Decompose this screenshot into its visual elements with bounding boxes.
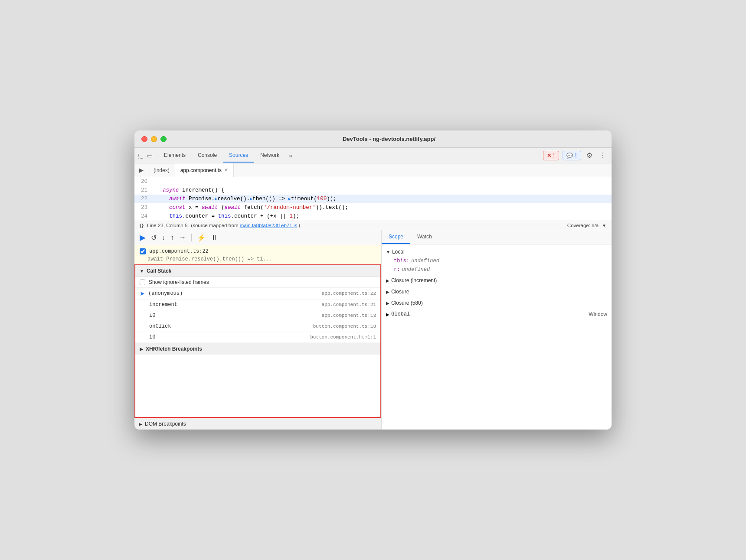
frame-location-increment: app.component.ts:21 [322,302,376,307]
file-tabs: ▶ (index) app.component.ts ✕ [134,163,612,177]
line-content-22[interactable]: await Promise.▶resolve().▶then(() => ▶ti… [153,195,612,203]
toolbar-separator [191,234,192,241]
frame-name-i0-2: i0 [140,334,310,340]
error-badge[interactable]: ✕ 1 [543,151,560,160]
line-number-20: 20 [134,177,153,186]
settings-icon[interactable]: ⚙ [585,150,594,160]
top-tabs: ⬚ ▭ Elements Console Sources Network » ✕… [134,148,612,163]
ignore-frames-row: Show ignore-listed frames [135,277,380,288]
code-line-24: 24 this.counter = this.counter + (+x || … [134,212,612,221]
scope-local-label: Local [392,249,405,255]
coverage-dropdown-icon[interactable]: ▼ [602,223,606,228]
info-badge[interactable]: 💬 1 [563,151,581,160]
scope-this-key: this: [394,258,409,264]
file-tab-app-component[interactable]: app.component.ts ✕ [175,163,234,177]
minimize-button[interactable] [151,136,157,142]
scope-this-row: this: undefined [382,257,612,265]
frame-increment[interactable]: increment app.component.ts:21 [135,300,380,310]
file-tab-app-component-label: app.component.ts [180,167,222,173]
close-button[interactable] [141,136,147,142]
scope-local: ▼ Local this: undefined r: undefined [382,246,612,275]
line-content-24[interactable]: this.counter = this.counter + (+x || 1); [153,212,612,221]
device-icon[interactable]: ▭ [147,152,153,159]
scope-content: ▼ Local this: undefined r: undefined [382,244,612,430]
pause-exceptions-button[interactable]: ⏸ [211,234,218,241]
scope-this-val: undefined [411,258,439,264]
tab-sources[interactable]: Sources [223,149,254,163]
bottom-panel: ▶ ↺ ↓ ↑ → ⚡ ⏸ app.component.ts:22 await … [134,230,612,430]
devtools-body: ⬚ ▭ Elements Console Sources Network » ✕… [134,148,612,430]
global-toggle-icon: ▶ [386,312,389,317]
breakpoint-code: await Promise.resolve().then(() => ti... [138,256,378,262]
file-tab-index[interactable]: (index) [148,163,175,177]
scope-global-row[interactable]: ▶ Global Window [382,309,612,319]
step-over-button[interactable]: ↺ [151,234,157,242]
resume-button[interactable]: ▶ [140,233,146,242]
frame-onclick[interactable]: onClick button.component.ts:18 [135,321,380,332]
nav-icons: ⬚ ▭ [138,152,153,159]
tab-network[interactable]: Network [254,149,285,163]
error-count: 1 [553,153,556,159]
tab-watch[interactable]: Watch [410,230,439,244]
code-line-21: 21 async increment() { [134,186,612,195]
source-map-link[interactable]: main.fa8bfa0e23f1eb71.js [240,223,297,228]
scope-closure-580: ▶ Closure (580) [382,297,612,309]
frame-location-i0-2: button.component.html:1 [310,335,376,340]
more-tabs-button[interactable]: » [285,152,296,159]
xhr-section-header[interactable]: ▶ XHR/fetch Breakpoints [135,343,380,355]
scope-closure: ▶ Closure [382,286,612,297]
breakpoints-section: app.component.ts:22 await Promise.resolv… [134,245,381,264]
ignore-frames-label: Show ignore-listed frames [149,279,209,285]
line-content-23[interactable]: const x = await (await fetch('/random-nu… [153,203,612,212]
tab-elements[interactable]: Elements [158,149,192,163]
active-frame-arrow-icon: ➤ [140,290,145,297]
local-toggle-icon: ▼ [386,250,390,254]
call-stack-container: ▼ Call Stack Show ignore-listed frames ➤… [134,264,381,418]
step-button[interactable]: → [179,234,186,241]
scope-closure-increment-label: Closure (increment) [391,277,437,283]
frame-name-onclick: onClick [140,323,313,329]
scope-global: ▶ Global Window [382,309,612,320]
breakpoint-checkbox[interactable] [140,248,146,254]
step-out-button[interactable]: ↑ [170,234,174,241]
close-tab-icon[interactable]: ✕ [224,167,228,173]
scope-r-row: r: undefined [382,265,612,274]
closure-toggle-icon: ▶ [386,290,389,294]
breakpoint-item[interactable]: app.component.ts:22 [138,247,378,256]
scope-closure-label: Closure [391,289,409,295]
left-panel: ▶ ↺ ↓ ↑ → ⚡ ⏸ app.component.ts:22 await … [134,230,382,430]
scope-closure-increment-header[interactable]: ▶ Closure (increment) [382,276,612,285]
line-number-24: 24 [134,212,153,221]
code-line-20: 20 [134,177,612,186]
code-line-22: 22 await Promise.▶resolve().▶then(() => … [134,195,612,203]
frame-name-anonymous: (anonymous) [148,290,322,296]
tab-console[interactable]: Console [192,149,223,163]
status-bar: {} Line 23, Column 5 (source mapped from… [134,221,612,230]
tab-scope[interactable]: Scope [382,230,410,244]
dom-section-header[interactable]: ▶ DOM Breakpoints [134,418,381,430]
maximize-button[interactable] [160,136,167,142]
step-into-button[interactable]: ↓ [162,234,165,241]
ignore-frames-checkbox[interactable] [140,280,145,285]
frame-i0-1[interactable]: i0 app.component.ts:13 [135,310,380,321]
title-bar: DevTools - ng-devtools.netlify.app/ [134,130,612,148]
cursor-icon[interactable]: ⬚ [138,152,144,159]
frame-location-i0-1: app.component.ts:13 [322,313,376,318]
pretty-print-icon[interactable]: {} [140,223,144,228]
deactivate-breakpoints-button[interactable]: ⚡ [197,234,206,242]
line-content-21[interactable]: async increment() { [153,186,612,195]
frame-location-onclick: button.component.ts:18 [313,324,376,329]
scope-local-header[interactable]: ▼ Local [382,247,612,257]
frame-anonymous[interactable]: ➤ (anonymous) app.component.ts:22 [135,288,380,300]
more-options-icon[interactable]: ⋮ [598,150,608,160]
scope-tabs: Scope Watch [382,230,612,244]
breakpoint-label: app.component.ts:22 [149,248,209,254]
call-stack-header[interactable]: ▼ Call Stack [135,265,380,277]
scope-closure-increment: ▶ Closure (increment) [382,275,612,286]
scope-closure-580-header[interactable]: ▶ Closure (580) [382,298,612,308]
frame-i0-2[interactable]: i0 button.component.html:1 [135,332,380,343]
closure-increment-toggle-icon: ▶ [386,278,389,283]
scope-closure-header[interactable]: ▶ Closure [382,287,612,296]
file-navigator-icon[interactable]: ▶ [134,163,148,177]
scope-global-label: Global [391,311,410,317]
